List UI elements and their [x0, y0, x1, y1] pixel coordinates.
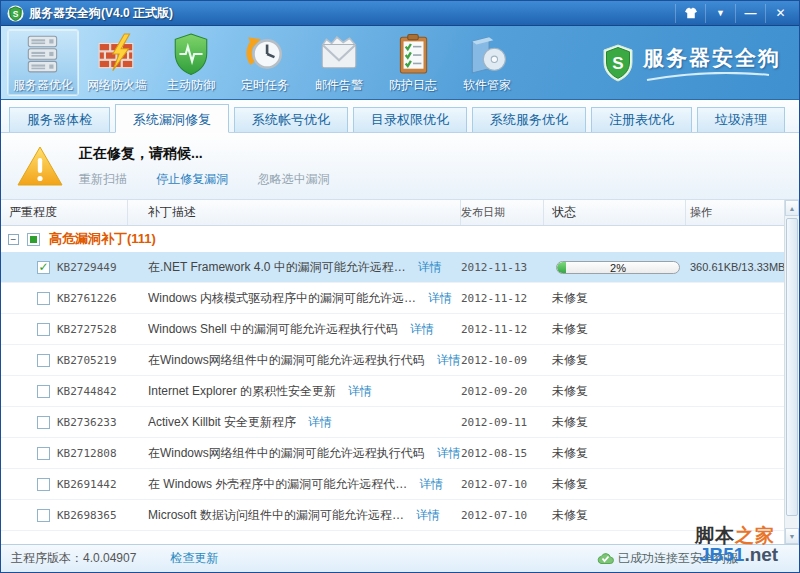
- action-cell: [686, 283, 786, 313]
- row-checkbox[interactable]: [37, 478, 50, 491]
- col-date: 发布日期: [461, 200, 544, 225]
- action-cell: [686, 314, 786, 344]
- toolbar-item-label: 服务器优化: [13, 77, 73, 94]
- stop-fix-link[interactable]: 停止修复漏洞: [156, 172, 228, 186]
- kb-number: KB2744842: [57, 385, 117, 398]
- publish-date: 2012-08-15: [461, 438, 544, 468]
- tab-system-service-optimize[interactable]: 系统服务优化: [472, 107, 586, 132]
- status-cell: 未修复: [544, 376, 686, 406]
- tab-registry-optimize[interactable]: 注册表优化: [591, 107, 692, 132]
- brand-name: 服务器安全狗: [643, 44, 781, 72]
- chevron-down-icon: ▼: [716, 8, 725, 18]
- ignore-selected-link[interactable]: 忽略选中漏洞: [258, 172, 330, 186]
- patch-description: 在Windows网络组件中的漏洞可能允许远程执行代码: [148, 352, 425, 369]
- patch-description: Microsoft 数据访问组件中的漏洞可能允许远程…: [148, 507, 404, 524]
- detail-link[interactable]: 详情: [428, 290, 452, 307]
- version-label: 主程序版本：4.0.04907: [11, 550, 136, 567]
- tab-server-checkup[interactable]: 服务器体检: [9, 107, 110, 132]
- table-header: 严重程度 补丁描述 发布日期 状态 操作: [1, 200, 786, 226]
- patch-description: ActiveX Killbit 安全更新程序: [148, 414, 296, 431]
- table-row[interactable]: KB2705219 在Windows网络组件中的漏洞可能允许远程执行代码 详情 …: [1, 345, 786, 376]
- status-panel: 正在修复，请稍候... 重新扫描 停止修复漏洞 忽略选中漏洞: [1, 133, 799, 200]
- collapse-icon[interactable]: −: [8, 234, 19, 245]
- warning-icon: [17, 145, 63, 187]
- kb-number: KB2727528: [57, 323, 117, 336]
- table-row[interactable]: KB2698365 Microsoft 数据访问组件中的漏洞可能允许远程… 详情…: [1, 500, 786, 531]
- table-row[interactable]: KB2712808 在Windows网络组件中的漏洞可能允许远程执行代码 详情 …: [1, 438, 786, 469]
- detail-link[interactable]: 详情: [437, 445, 461, 462]
- kb-number: KB2705219: [57, 354, 117, 367]
- status-cell: 未修复: [544, 407, 686, 437]
- detail-link[interactable]: 详情: [410, 321, 434, 338]
- table-row[interactable]: KB2744842 Internet Explorer 的累积性安全更新 详情 …: [1, 376, 786, 407]
- scrollbar[interactable]: ▲ ▼: [784, 200, 799, 544]
- action-cell: [686, 407, 786, 437]
- main-menu-button[interactable]: ▼: [705, 4, 735, 23]
- group-checkbox[interactable]: [27, 233, 40, 246]
- detail-link[interactable]: 详情: [348, 383, 372, 400]
- detail-link[interactable]: 详情: [418, 259, 442, 276]
- svg-text:S: S: [13, 8, 19, 18]
- detail-link[interactable]: 详情: [437, 352, 461, 369]
- toolbar-item-protection-logs[interactable]: 防护日志: [377, 29, 449, 96]
- detail-link[interactable]: 详情: [416, 507, 440, 524]
- app-logo-icon: S: [7, 5, 24, 22]
- row-checkbox[interactable]: [37, 509, 50, 522]
- kb-number: KB2729449: [57, 261, 117, 274]
- kb-number: KB2736233: [57, 416, 117, 429]
- software-icon: [466, 33, 508, 75]
- action-cell: 360.61KB/13.33MB: [686, 252, 786, 282]
- row-checkbox[interactable]: [37, 323, 50, 336]
- detail-link[interactable]: 详情: [419, 476, 443, 493]
- patch-description: 在Windows网络组件中的漏洞可能允许远程执行代码: [148, 445, 425, 462]
- group-row-high-risk[interactable]: − 高危漏洞补丁(111): [1, 226, 786, 252]
- toolbar-item-mail-alert[interactable]: 邮件告警: [303, 29, 375, 96]
- table-row[interactable]: KB2691442 在 Windows 外壳程序中的漏洞可能允许远程代… 详情 …: [1, 469, 786, 500]
- log-icon: [392, 33, 434, 75]
- close-button[interactable]: ✕: [765, 4, 795, 23]
- rescan-link[interactable]: 重新扫描: [79, 172, 127, 186]
- scroll-down-button[interactable]: ▼: [785, 528, 799, 544]
- row-checkbox[interactable]: [37, 292, 50, 305]
- scrollbar-thumb[interactable]: [786, 218, 798, 516]
- table-row[interactable]: ✓ KB2729449 在.NET Framework 4.0 中的漏洞可能允许…: [1, 252, 786, 283]
- kb-number: KB2698365: [57, 509, 117, 522]
- toolbar-item-active-defense[interactable]: 主动防御: [155, 29, 227, 96]
- toolbar-item-label: 邮件告警: [315, 77, 363, 94]
- detail-link[interactable]: 详情: [308, 414, 332, 431]
- brand-swoosh: [643, 72, 773, 81]
- col-status: 状态: [544, 200, 686, 225]
- brand-shield-icon: S: [601, 44, 635, 82]
- row-checkbox[interactable]: [37, 447, 50, 460]
- scroll-up-button[interactable]: ▲: [785, 200, 799, 216]
- row-checkbox[interactable]: [37, 354, 50, 367]
- status-cell: 2%: [544, 252, 686, 282]
- toolbar-item-network-firewall[interactable]: 网络防火墙: [81, 29, 153, 96]
- table-row[interactable]: KB2736233 ActiveX Killbit 安全更新程序 详情 2012…: [1, 407, 786, 438]
- row-checkbox[interactable]: ✓: [37, 261, 50, 274]
- tab-bar: 服务器体检 系统漏洞修复 系统帐号优化 目录权限优化 系统服务优化 注册表优化 …: [1, 100, 799, 133]
- cloud-check-icon: [597, 552, 614, 565]
- skin-button[interactable]: [675, 4, 705, 23]
- table-row[interactable]: KB2727528 Windows Shell 中的漏洞可能允许远程执行代码 详…: [1, 314, 786, 345]
- server-icon: [22, 33, 64, 75]
- tab-directory-permission-optimize[interactable]: 目录权限优化: [353, 107, 467, 132]
- patch-description: 在 Windows 外壳程序中的漏洞可能允许远程代…: [148, 476, 407, 493]
- patch-description: Internet Explorer 的累积性安全更新: [148, 383, 336, 400]
- toolbar-item-label: 主动防御: [167, 77, 215, 94]
- tab-system-account-optimize[interactable]: 系统帐号优化: [234, 107, 348, 132]
- tab-system-vulnerability-fix[interactable]: 系统漏洞修复: [115, 104, 229, 133]
- main-toolbar: 服务器优化 网络防火墙: [1, 26, 799, 100]
- toolbar-item-software-manager[interactable]: 软件管家: [451, 29, 523, 96]
- toolbar-item-server-optimize[interactable]: 服务器优化: [7, 29, 79, 96]
- row-checkbox[interactable]: [37, 416, 50, 429]
- patch-description: Windows Shell 中的漏洞可能允许远程执行代码: [148, 321, 398, 338]
- minimize-button[interactable]: —: [735, 4, 765, 23]
- table-row[interactable]: KB2761226 Windows 内核模式驱动程序中的漏洞可能允许远… 详情 …: [1, 283, 786, 314]
- vulnerability-table: 严重程度 补丁描述 发布日期 状态 操作 − 高危漏洞补丁(111) ✓ KB2…: [1, 200, 799, 544]
- tab-garbage-clean[interactable]: 垃圾清理: [697, 107, 785, 132]
- check-update-link[interactable]: 检查更新: [170, 550, 218, 567]
- row-checkbox[interactable]: [37, 385, 50, 398]
- toolbar-item-scheduled-tasks[interactable]: 定时任务: [229, 29, 301, 96]
- status-cell: 未修复: [544, 345, 686, 375]
